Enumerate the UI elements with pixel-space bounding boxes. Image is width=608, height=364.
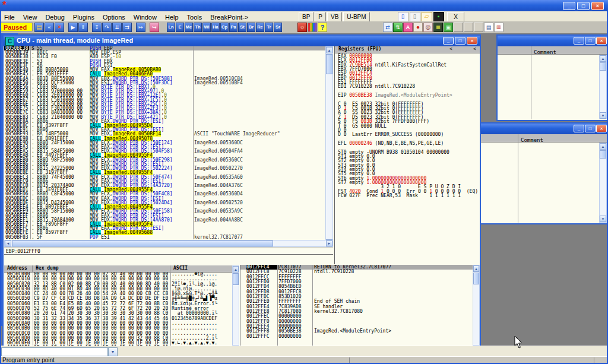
disasm-row[interactable]: 0050BEE9.8B0D 58F15000MOV ECX,DWORD PTR … bbox=[4, 209, 325, 213]
comment-window-bottom[interactable]: _ □ × Comment ▲ ▼ bbox=[480, 122, 607, 224]
swap-arrows-button[interactable]: ⇄ bbox=[383, 23, 392, 32]
comment-window-top[interactable]: _ □ × Comment ▲ ▼ bbox=[496, 34, 607, 121]
close-button[interactable]: × bbox=[596, 125, 607, 132]
scroll-up-button[interactable]: ▲ bbox=[326, 47, 332, 53]
empty-slot[interactable] bbox=[464, 23, 473, 32]
scroll-left-button[interactable]: ◄ bbox=[5, 240, 11, 246]
scrollbar-thumb[interactable] bbox=[233, 273, 239, 285]
command-dropdown-button[interactable]: ▼ bbox=[108, 347, 118, 356]
disassembly-vscrollbar[interactable]: ▲ ▼ bbox=[325, 46, 333, 246]
menu-item-file[interactable]: File bbox=[0, 12, 19, 21]
window-titlebar[interactable]: _ □ × bbox=[498, 36, 607, 46]
disasm-row[interactable]: 0050BE9D.8B0D 24F15000MOV ECX,DWORD PTR … bbox=[4, 141, 325, 145]
disasm-row[interactable]: 0050BEB0.8B0D 98F25000MOV ECX,DWORD PTR … bbox=[4, 158, 325, 162]
stack-row[interactable]: 0012FFDC853D1020 bbox=[240, 295, 480, 299]
scroll-right-button[interactable]: ► bbox=[326, 240, 332, 246]
menu-item-options[interactable]: Options bbox=[99, 12, 129, 21]
scroll-up-button[interactable]: ▲ bbox=[600, 143, 606, 150]
plugin-button-vb[interactable]: VB bbox=[327, 12, 342, 22]
pane-button-sr[interactable]: Sr bbox=[274, 23, 282, 32]
disasm-row[interactable]: 0050BE38$55PUSH EBP bbox=[4, 46, 325, 50]
disassembly-pane[interactable]: 0050BE38$55PUSH EBP0050BE39.8BECMOV EBP,… bbox=[4, 46, 325, 239]
stack-row[interactable]: 0012FFC47C817077RETURN to kernel32.7C817… bbox=[240, 265, 480, 270]
scroll-down-button[interactable]: ▼ bbox=[600, 216, 606, 222]
scroll-up-button[interactable]: ▲ bbox=[600, 55, 606, 62]
minimize-button[interactable]: _ bbox=[563, 2, 575, 10]
scrollbar-thumb[interactable] bbox=[600, 150, 606, 159]
close-button[interactable]: × bbox=[467, 37, 477, 45]
vscrollbar[interactable]: ▲ ▼ bbox=[599, 55, 607, 119]
disasm-row[interactable]: 0050BEC3.8B0D 74F45000MOV ECX,DWORD PTR … bbox=[4, 175, 325, 179]
help-button[interactable]: ? bbox=[318, 23, 327, 32]
column-header[interactable]: Hex dump bbox=[33, 265, 170, 272]
breakpoint-ball-button[interactable]: ● bbox=[413, 23, 423, 32]
menu-item-debug[interactable]: Debug bbox=[41, 12, 68, 21]
close-button[interactable]: × bbox=[596, 37, 607, 45]
empty-slot[interactable] bbox=[454, 23, 463, 32]
menu-item-plugins[interactable]: Plugins bbox=[69, 12, 99, 21]
menu-item-tools[interactable]: Tools bbox=[183, 12, 207, 21]
disasm-row[interactable]: 0050BEFE.E8 8597F8FFCALL ImageRed.004956… bbox=[4, 230, 325, 235]
spiral-button[interactable]: ◎ bbox=[423, 23, 433, 32]
column-divider[interactable] bbox=[30, 46, 31, 239]
restart-button[interactable]: « bbox=[45, 23, 54, 32]
plugin-close-button[interactable]: X bbox=[447, 12, 464, 22]
pane-button-st[interactable]: St bbox=[238, 23, 246, 32]
maximize-button[interactable]: □ bbox=[455, 37, 466, 45]
number-grid-button[interactable]: ▦ bbox=[433, 23, 443, 32]
cpu-title-bar[interactable]: C CPU - main thread, module ImageRed _ □… bbox=[4, 36, 480, 46]
registers-pane[interactable]: Registers (FPU) < < EAX 00000000ECX 0012… bbox=[334, 46, 480, 264]
empty-slot[interactable] bbox=[474, 23, 483, 32]
stack-row[interactable]: 0012FFE87C817080kernel32.7C817080 bbox=[240, 309, 480, 314]
stack-row[interactable]: 0012FFEC00000000 bbox=[240, 314, 480, 319]
scroll-up-button[interactable]: ▲ bbox=[233, 266, 239, 273]
pane-button-th[interactable]: Th bbox=[194, 23, 202, 32]
pane-button-tr[interactable]: Tr bbox=[265, 23, 273, 32]
stack-row[interactable]: 0012FFD80012FFC8 bbox=[240, 290, 480, 295]
main-title-bar[interactable]: * _ □ × bbox=[0, 0, 608, 11]
stack-row[interactable]: 0012FFC87C910228ntdll.7C910228 bbox=[240, 270, 480, 274]
pane-button-e[interactable]: E bbox=[176, 23, 184, 32]
window-titlebar[interactable]: _ □ × bbox=[481, 124, 607, 134]
pane-button-ha[interactable]: Ha bbox=[211, 23, 220, 32]
open-file-button[interactable]: ▤ bbox=[34, 23, 44, 32]
terminal-icon[interactable]: ▪ bbox=[433, 12, 444, 22]
column-header[interactable]: ASCII bbox=[170, 265, 230, 272]
scrollbar-thumb[interactable] bbox=[600, 62, 606, 71]
pane-button-br[interactable]: Br bbox=[247, 23, 255, 32]
column-divider[interactable] bbox=[193, 46, 194, 239]
maximize-button[interactable]: □ bbox=[585, 125, 596, 132]
pane-button-wi[interactable]: Wi bbox=[202, 23, 211, 32]
dump-pane[interactable]: AddressHex dumpASCII 0050C00000 00 00 00… bbox=[4, 265, 239, 346]
document-blue-icon[interactable]: ▯ bbox=[398, 12, 408, 22]
minimize-button[interactable]: _ bbox=[443, 37, 454, 45]
pane-button-cp[interactable]: Cp bbox=[220, 23, 229, 32]
pane-button-pa[interactable]: Pa bbox=[229, 23, 238, 32]
stack-row[interactable]: 0012FFF000000000 bbox=[240, 319, 480, 324]
close-button[interactable]: × bbox=[591, 2, 604, 10]
stack-vscrollbar[interactable]: ▲ bbox=[473, 265, 480, 346]
dump-vscrollbar[interactable]: ▲ bbox=[232, 265, 239, 346]
stack-pane[interactable]: 0012FFC47C817077RETURN to kernel32.7C817… bbox=[240, 265, 480, 346]
menu-item-window[interactable]: Window bbox=[129, 12, 161, 21]
pane-button-ln[interactable]: Ln bbox=[167, 23, 175, 32]
stack-row[interactable]: 0012FFD48054B6ED bbox=[240, 284, 480, 289]
step-into-button[interactable]: ↧ bbox=[92, 23, 102, 32]
plugin-button-u-bpm[interactable]: U-BPM bbox=[343, 12, 369, 22]
disasm-row[interactable]: 0050BE3B.83C4 F0ADD ESP,-10 bbox=[4, 55, 325, 59]
menu-item-breakpoint[interactable]: BreakPoint-> bbox=[206, 12, 252, 21]
go-to-address-button[interactable]: ↪ bbox=[150, 23, 159, 32]
scrollbar-thumb[interactable] bbox=[326, 54, 332, 74]
step-over-button[interactable]: ↷ bbox=[102, 23, 112, 32]
execute-till-return-button[interactable]: ↦ bbox=[136, 23, 145, 32]
maximize-button[interactable]: □ bbox=[585, 37, 596, 45]
stack-row[interactable]: 0012FFFC00000000 bbox=[240, 334, 480, 339]
pane-nav-left-icon[interactable]: < bbox=[473, 46, 476, 52]
assemble-button[interactable]: A bbox=[403, 23, 413, 32]
stack-row[interactable]: 0012FFCCFFFFFFFF bbox=[240, 275, 480, 280]
disasm-row[interactable]: 0050BF03.5FPOP ESIkernel32.7C817077 bbox=[4, 235, 325, 239]
window-button[interactable]: ▣ bbox=[444, 23, 453, 32]
animate-into-button[interactable]: ⇊ bbox=[112, 23, 122, 32]
minimize-button[interactable]: _ bbox=[574, 37, 584, 45]
stack-row[interactable]: 0012FFD07FFD7000 bbox=[240, 280, 480, 284]
